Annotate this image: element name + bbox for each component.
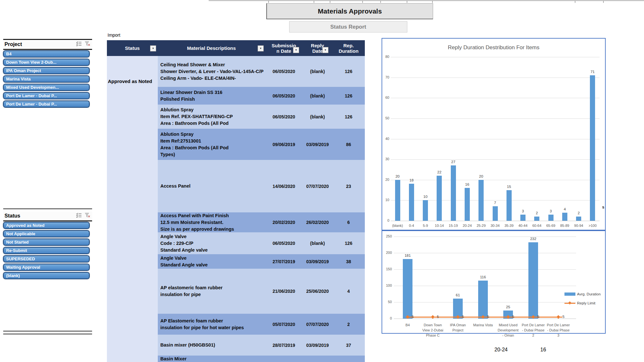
multi-select-icon[interactable]	[76, 41, 82, 48]
bar[interactable]	[534, 217, 539, 221]
bar[interactable]	[576, 217, 581, 221]
bar[interactable]	[403, 259, 412, 319]
y-axis-tick-label: 0	[383, 316, 392, 320]
duration-cell: 86	[332, 129, 365, 160]
line-marker	[568, 301, 572, 304]
bar[interactable]	[548, 215, 554, 221]
bar-value-label: 2	[530, 211, 543, 215]
material-description-cell: Ablution Spray Item Ref:27513001 Area : …	[158, 129, 265, 160]
material-description-cell: Access Panel with Paint Finish 12.5 mm M…	[158, 212, 265, 232]
col-header-material: Material Descriptions	[158, 40, 265, 56]
clear-filter-icon[interactable]	[84, 41, 90, 48]
slicer-item-button[interactable]: SUPERSEDED	[3, 255, 90, 262]
slicer-item-button[interactable]: Not Applicable	[3, 230, 90, 237]
bar[interactable]	[451, 165, 456, 221]
gridline	[394, 319, 576, 319]
bar-value-label: 7	[489, 201, 502, 205]
bar[interactable]	[409, 184, 414, 221]
bar-value-label: 116	[476, 275, 490, 279]
bar[interactable]	[528, 242, 538, 319]
gridline	[391, 57, 600, 57]
reply-date-cell: 25/06/2020	[303, 269, 332, 314]
slicer-item-button[interactable]: Not Started	[3, 239, 90, 246]
bar-value-label: 20	[475, 174, 488, 178]
bar[interactable]	[590, 75, 595, 221]
slicer-item-button[interactable]: Port De Lamer - Dubai P...	[3, 92, 90, 99]
sheet-column-tick	[432, 1, 433, 3]
status-filter-button[interactable]: ▼	[150, 45, 156, 51]
table-row: AP Elastomeric foam rubber insulation fo…	[158, 314, 365, 335]
submission-date-cell: 21/06/2020	[265, 269, 303, 314]
bar[interactable]	[437, 176, 442, 221]
spilled-cell-value: 16	[538, 347, 548, 353]
page-title: Materials Approvals	[318, 7, 382, 15]
material-description-cell: Ablution Spray Item Ref. PEX-SHATTAF/ENG…	[158, 105, 265, 129]
submission-date-cell: 28/07/2019	[265, 335, 303, 356]
duration-cell: 2	[332, 314, 365, 335]
bar[interactable]	[507, 190, 512, 221]
x-axis-category-label: >100	[584, 223, 601, 228]
line-marker	[431, 315, 434, 319]
clear-filter-icon[interactable]	[84, 213, 90, 219]
slicer-item-button[interactable]: B4	[3, 51, 90, 57]
bar[interactable]	[395, 180, 400, 221]
material-description-cell: Access Panel	[158, 160, 265, 212]
x-axis-category-label: Port De Lamer - Dubai Phase 2	[520, 322, 547, 338]
bar[interactable]	[478, 180, 484, 221]
material-filter-button[interactable]: ▼	[258, 45, 264, 51]
gridline	[391, 118, 600, 119]
bar-series-swatch	[564, 292, 575, 296]
slicer-item-button[interactable]: Mixed Used Developmen...	[3, 84, 90, 91]
material-description-cell: AP elastomeric foam rubber insulation fo…	[158, 269, 265, 314]
y-axis-tick-label: 20	[382, 178, 389, 181]
multi-select-icon[interactable]	[76, 213, 82, 219]
y-axis-tick-label: 30	[382, 157, 389, 161]
slicer-item-button[interactable]: Marina Vista	[3, 76, 90, 82]
table-row: Basin Mixer	[158, 356, 365, 362]
bar[interactable]	[562, 213, 567, 221]
submission-date-cell: 06/05/2020	[265, 56, 303, 87]
table-row: AP elastomeric foam rubber insulation fo…	[158, 269, 365, 314]
slicer-item-button[interactable]: Port De Lamer - Dubai P...	[3, 101, 90, 107]
slicer-item-button[interactable]: Down Town View 2-Dub...	[3, 59, 90, 66]
project-slicer-header: Project	[3, 40, 92, 49]
bar-value-label: 61	[451, 293, 465, 297]
submission-date-cell: 20/02/2020	[265, 212, 303, 232]
reply-date-cell: 26/02/2020	[303, 212, 332, 232]
x-axis-category-label: Marina Vista	[469, 322, 497, 328]
x-axis-category-label: Port De Lamer - Dubai Phase 3	[545, 322, 572, 338]
gridline	[391, 221, 600, 221]
status-slicer-items: Approved as NotedNot ApplicableNot Start…	[3, 222, 90, 281]
legend-entry-line: Reply Limit	[564, 301, 604, 305]
slicer-item-button[interactable]: IPA Oman Project	[3, 67, 90, 74]
slicer-item-button[interactable]: Re-Submit	[3, 247, 90, 254]
slicer-item-button[interactable]: Approved as Noted	[3, 222, 90, 229]
line-value-label: 5	[535, 315, 542, 319]
bar-value-label: 3	[545, 209, 557, 213]
y-axis-tick-label: 250	[383, 234, 392, 238]
submission-filter-button[interactable]: ▼	[293, 47, 299, 53]
slicer-item-button[interactable]: (blank)	[3, 272, 90, 279]
reply-date-cell: 07/07/2020	[303, 160, 332, 212]
bar[interactable]	[465, 188, 470, 221]
chevron-down-icon: ▼	[324, 49, 327, 51]
y-axis-tick-label: 80	[382, 55, 389, 59]
table-row: Access Panel with Paint Finish 12.5 mm M…	[158, 212, 365, 232]
reply-filter-button[interactable]: ▼	[322, 47, 328, 53]
bar-value-label: 18	[405, 178, 418, 182]
reply-date-cell: (blank)	[303, 105, 332, 129]
table-row: Angle Valve Standard Angle valve27/07/20…	[158, 254, 365, 269]
slicer-item-button[interactable]: Waiting Approval	[3, 264, 90, 271]
spilled-cell-value: 20-24	[491, 347, 511, 353]
submission-date-cell: 27/07/2019	[265, 254, 303, 269]
bar[interactable]	[493, 206, 498, 221]
material-description-cell: AP Elastomeric foam rubber insulation fo…	[158, 314, 265, 335]
gridline	[391, 139, 600, 139]
sheet-column-tick	[603, 1, 604, 3]
y-axis-tick-label: 150	[383, 267, 392, 271]
y-axis-tick-label: 50	[383, 300, 392, 304]
bar[interactable]	[423, 200, 428, 221]
bar-value-label: 3	[516, 209, 529, 213]
bar[interactable]	[478, 281, 488, 319]
bar[interactable]	[520, 215, 526, 221]
